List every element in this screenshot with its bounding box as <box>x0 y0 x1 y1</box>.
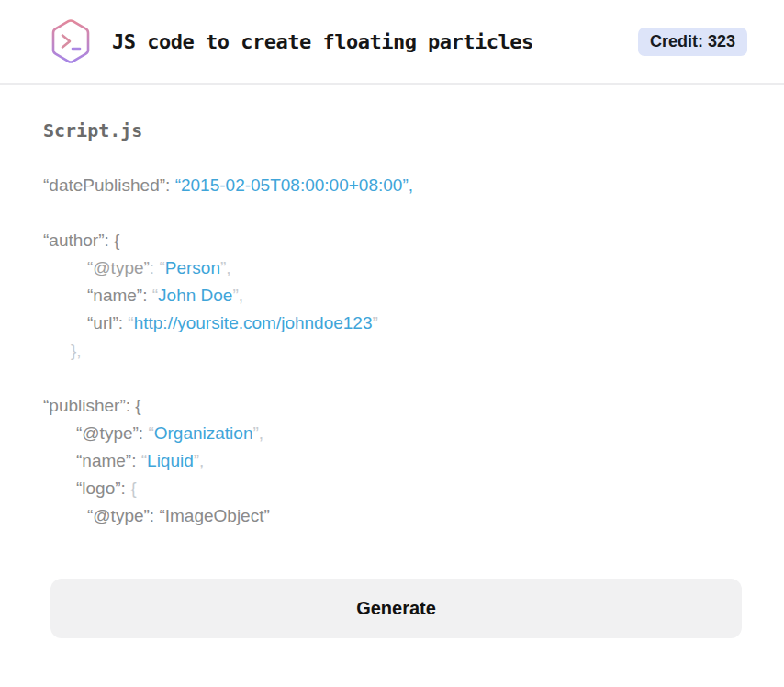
code-token: “author”: { <box>43 231 119 250</box>
code-token: ”, <box>252 423 263 443</box>
code-token: “@type” <box>87 258 150 277</box>
code-token: Person <box>165 258 220 277</box>
credit-badge: Credit: 323 <box>638 28 747 56</box>
code-token: { <box>130 479 136 498</box>
code-token: “2015-02-05T08:00:00+08:00”, <box>175 175 413 195</box>
code-token: “url”: <box>87 313 128 332</box>
code-token: ”, <box>194 451 205 470</box>
button-row: Generate <box>50 579 742 638</box>
code-token: “logo”: <box>76 479 130 498</box>
terminal-hexagon-icon <box>50 18 91 64</box>
code-line <box>43 365 784 392</box>
code-token: http://yoursite.com/johndoe123 <box>134 313 373 332</box>
code-line: “name”: “Liquid”, <box>43 447 784 475</box>
code-line: “datePublished”: “2015-02-05T08:00:00+08… <box>43 172 784 199</box>
code-line: “logo”: { <box>43 475 784 502</box>
code-token: ”, <box>220 258 231 277</box>
code-line: “@type”: “Person”, <box>43 254 784 282</box>
code-line: “@type”: “Organization”, <box>43 420 784 447</box>
page-title: JS code to create floating particles <box>112 30 533 53</box>
code-token: “@type”: “ImageObject” <box>87 506 270 525</box>
code-line: }, <box>43 337 784 365</box>
code-line: “author”: { <box>43 227 784 254</box>
script-filename: Script.js <box>0 119 784 141</box>
code-token: John Doe <box>158 286 232 305</box>
code-line: “@type”: “ImageObject” <box>43 502 784 530</box>
code-token: “name”: <box>87 286 152 305</box>
code-line: “url”: “http://yoursite.com/johndoe123” <box>43 310 784 337</box>
code-line: “publisher”: { <box>43 392 784 420</box>
code-token: “@type”: <box>76 423 148 443</box>
code-token: }, <box>71 341 82 360</box>
code-token: “datePublished”: <box>43 175 175 195</box>
code-token: ”, <box>232 286 243 305</box>
app-header: JS code to create floating particles Cre… <box>0 0 784 85</box>
code-line: “name”: “John Doe”, <box>43 282 784 310</box>
code-token: ” <box>373 313 378 332</box>
code-line <box>43 199 784 227</box>
code-token: Liquid <box>147 451 194 470</box>
code-token: Organization <box>154 423 253 443</box>
main-content: Script.js “datePublished”: “2015-02-05T0… <box>0 85 784 638</box>
code-block: “datePublished”: “2015-02-05T08:00:00+08… <box>0 172 784 530</box>
code-token: “publisher”: { <box>43 396 141 415</box>
generate-button[interactable]: Generate <box>50 579 742 638</box>
code-token: : <box>150 258 160 277</box>
code-token: “name”: <box>76 451 141 470</box>
